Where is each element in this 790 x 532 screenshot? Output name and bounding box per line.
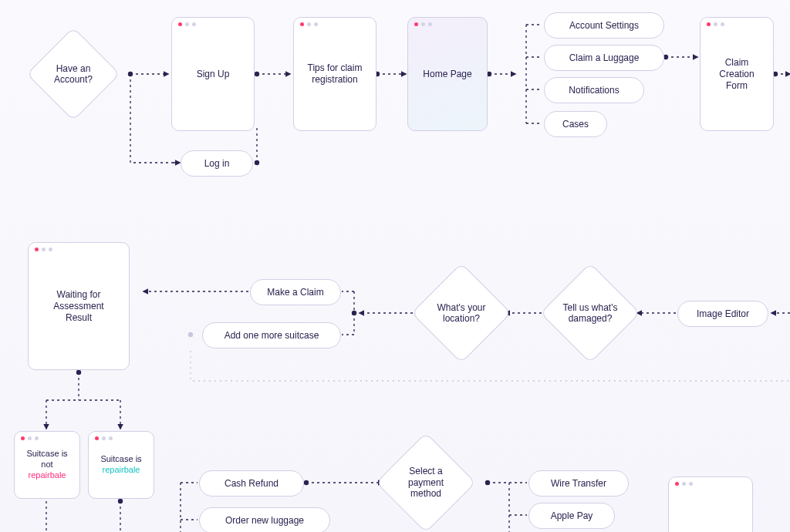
window-dots	[707, 22, 724, 26]
screen-tips: Tips for claim registration	[293, 17, 376, 131]
action-image-editor[interactable]: Image Editor	[677, 301, 768, 327]
svg-point-12	[118, 499, 123, 503]
action-make-claim[interactable]: Make a Claim	[250, 279, 341, 305]
text-line: Suitcase is	[100, 454, 141, 463]
decision-damaged: Tell us what's damaged?	[555, 278, 626, 348]
window-dots	[178, 22, 196, 26]
action-cash-refund[interactable]: Cash Refund	[199, 470, 304, 497]
svg-point-10	[304, 480, 309, 485]
window-dots	[95, 436, 113, 440]
screen-label: Tips for claim registration	[300, 62, 370, 86]
screen-label: Claim Creation Form	[707, 57, 767, 92]
text-line: Suitcase is not	[26, 449, 67, 469]
screen-claim-form: Claim Creation Form	[700, 17, 774, 131]
svg-point-11	[485, 480, 490, 485]
svg-point-7	[352, 311, 356, 315]
window-dots	[300, 22, 318, 26]
decision-payment-method: Select a payment method	[390, 447, 461, 518]
decision-label: Have an Account?	[40, 41, 106, 107]
action-add-suitcase[interactable]: Add one more suitcase	[202, 322, 341, 348]
window-dots	[21, 436, 39, 440]
window-dots	[675, 482, 693, 486]
text-highlight-red: repairbale	[29, 470, 66, 480]
window-dots	[35, 247, 52, 251]
decision-have-account: Have an Account?	[40, 41, 106, 107]
decision-location: What's your location?	[426, 278, 497, 348]
svg-point-0	[128, 72, 133, 76]
screen-label: Waiting for Assessment Result	[35, 289, 123, 324]
text-highlight-teal: repairbale	[103, 465, 140, 474]
svg-point-1	[255, 72, 259, 76]
window-dots	[414, 22, 432, 26]
screen-label: Sign Up	[192, 69, 235, 80]
screen-not-repairable: Suitcase is not repairbale	[14, 431, 80, 499]
screen-sign-up: Sign Up	[171, 17, 255, 131]
action-order-luggage[interactable]: Order new luggage	[199, 507, 330, 532]
screen-label: Suitcase is repairbale	[96, 454, 146, 476]
decision-label: Select a payment method	[390, 447, 461, 518]
flow-canvas: Have an Account? Sign Up Log in Tips for…	[0, 0, 790, 532]
action-notifications[interactable]: Notifications	[544, 77, 644, 103]
action-wire-transfer[interactable]: Wire Transfer	[528, 470, 629, 497]
decision-label: Tell us what's damaged?	[555, 278, 626, 348]
action-log-in[interactable]: Log in	[181, 150, 253, 177]
action-cases[interactable]: Cases	[544, 111, 607, 137]
screen-repairable: Suitcase is repairbale	[88, 431, 154, 499]
svg-point-9	[76, 370, 81, 375]
screen-label: Home Page	[418, 69, 476, 80]
screen-waiting: Waiting for Assessment Result	[28, 242, 130, 370]
decision-label: What's your location?	[426, 278, 497, 348]
screen-label: Suitcase is not repairbale	[21, 449, 73, 480]
svg-point-8	[188, 332, 193, 337]
action-account-settings[interactable]: Account Settings	[544, 12, 664, 39]
action-claim-luggage[interactable]: Claim a Luggage	[544, 45, 664, 71]
svg-point-2	[255, 160, 259, 165]
screen-home: Home Page	[407, 17, 488, 131]
action-apple-pay[interactable]: Apple Pay	[528, 503, 615, 529]
screen-blank	[668, 476, 753, 532]
